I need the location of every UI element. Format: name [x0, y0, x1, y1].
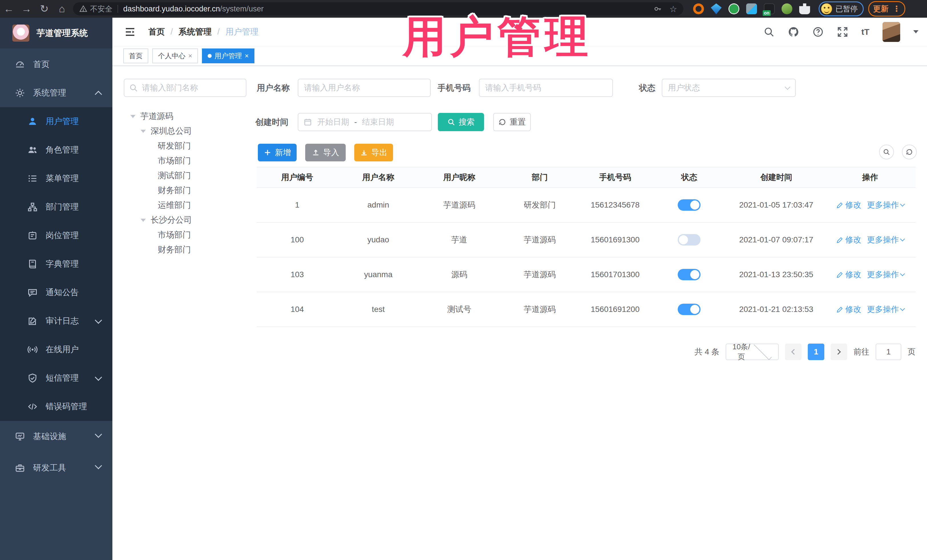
extension-icon[interactable]	[728, 3, 739, 14]
extension-icon[interactable]	[781, 3, 792, 14]
dept-search-input[interactable]	[124, 79, 246, 97]
sidebar-item-infrastructure[interactable]: 基础设施	[0, 421, 112, 452]
tree-node[interactable]: 市场部门	[124, 228, 246, 242]
sidebar-item-sms-management[interactable]: 短信管理	[0, 364, 112, 392]
tag-profile[interactable]: 个人中心×	[152, 49, 198, 63]
tree-node[interactable]: 深圳总公司	[124, 124, 246, 138]
extension-icon[interactable]	[693, 3, 704, 14]
tree-node-root[interactable]: 芋道源码	[124, 109, 246, 124]
more-actions-link[interactable]: 更多操作	[867, 304, 904, 315]
address-bar[interactable]: 不安全 dashboard.yudao.iocoder.cn/system/us…	[73, 2, 684, 15]
import-button[interactable]: 导入	[305, 144, 346, 161]
audit-log-icon	[27, 316, 38, 326]
chevron-down-icon	[95, 373, 102, 381]
tag-user-management[interactable]: 用户管理×	[202, 49, 254, 63]
page-number-1[interactable]: 1	[808, 344, 824, 360]
toggle-search-button[interactable]	[879, 144, 894, 159]
sidebar-item-audit-log[interactable]: 审计日志	[0, 307, 112, 335]
security-label[interactable]: 不安全	[90, 4, 112, 14]
goto-page-input[interactable]	[876, 344, 901, 360]
tag-home[interactable]: 首页	[123, 49, 148, 63]
help-icon[interactable]	[812, 26, 824, 38]
puzzle-extensions-icon[interactable]	[799, 3, 810, 14]
avatar-caret-icon[interactable]	[913, 30, 918, 33]
breadcrumb-system[interactable]: 系统管理	[179, 26, 212, 38]
prev-page-button[interactable]	[785, 344, 801, 360]
bookmark-star-icon[interactable]: ☆	[669, 4, 677, 14]
browser-home-icon[interactable]: ⌂	[53, 0, 71, 18]
refresh-icon	[498, 118, 506, 126]
github-icon[interactable]	[788, 26, 799, 38]
status-toggle[interactable]	[678, 304, 701, 315]
more-actions-link[interactable]: 更多操作	[867, 200, 904, 211]
page-size-select[interactable]: 10条/页	[726, 344, 779, 360]
more-actions-link[interactable]: 更多操作	[867, 234, 904, 245]
search-icon	[883, 148, 890, 156]
sidebar-collapse-icon[interactable]	[124, 26, 136, 38]
status-select[interactable]: 用户状态	[662, 79, 796, 97]
tree-node[interactable]: 长沙分公司	[124, 213, 246, 228]
edit-link[interactable]: 修改	[836, 200, 862, 211]
edit-link[interactable]: 修改	[836, 269, 862, 280]
username-input[interactable]	[298, 79, 431, 97]
tree-node[interactable]: 财务部门	[124, 242, 246, 257]
search-button[interactable]: 搜索	[438, 113, 484, 131]
sidebar-item-post-management[interactable]: 岗位管理	[0, 221, 112, 250]
browser-update-button[interactable]: 更新 ⋮	[868, 1, 905, 17]
close-icon[interactable]: ×	[245, 52, 249, 60]
caret-down-icon[interactable]	[141, 219, 146, 222]
user-avatar[interactable]	[883, 22, 900, 42]
close-icon[interactable]: ×	[188, 52, 192, 60]
sidebar-item-user-management[interactable]: 用户管理	[0, 107, 112, 136]
refresh-table-button[interactable]	[902, 144, 917, 159]
more-actions-link[interactable]: 更多操作	[867, 269, 904, 280]
export-button[interactable]: 导出	[354, 144, 393, 161]
sidebar-item-notice-announcement[interactable]: 通知公告	[0, 278, 112, 307]
sidebar-item-role-management[interactable]: 角色管理	[0, 136, 112, 164]
sidebar-item-dictionary-management[interactable]: 字典管理	[0, 250, 112, 278]
sidebar-item-home[interactable]: 首页	[0, 50, 112, 79]
dashboard-icon	[15, 59, 25, 70]
sidebar-item-system-management[interactable]: 系统管理	[0, 79, 112, 107]
next-page-button[interactable]	[831, 344, 847, 360]
caret-down-icon[interactable]	[130, 115, 135, 118]
tree-node[interactable]: 运维部门	[124, 198, 246, 213]
tree-node[interactable]: 财务部门	[124, 183, 246, 198]
breadcrumb-home[interactable]: 首页	[148, 26, 165, 38]
status-toggle[interactable]	[678, 234, 701, 246]
app-window: 芋道管理系统 首页 系统管理 用户管理 角色管理	[0, 18, 927, 560]
reset-button[interactable]: 重置	[493, 113, 531, 131]
mobile-input[interactable]	[479, 79, 613, 97]
browser-reload-icon[interactable]: ↻	[35, 0, 53, 18]
fullscreen-icon[interactable]	[837, 26, 848, 38]
extension-icon[interactable]: on	[764, 3, 775, 14]
browser-profile-chip[interactable]: 已暂停	[819, 2, 864, 16]
browser-forward-icon[interactable]: →	[18, 0, 35, 18]
infrastructure-monitor-icon	[15, 431, 25, 442]
app-logo-row[interactable]: 芋道管理系统	[0, 18, 112, 49]
browser-back-icon[interactable]: ←	[0, 0, 18, 18]
browser-menu-icon[interactable]: ⋮	[892, 7, 900, 11]
header-search-icon[interactable]	[763, 26, 775, 38]
font-size-icon[interactable]: tT	[862, 27, 869, 37]
sidebar-item-dev-tools[interactable]: 研发工具	[0, 452, 112, 484]
password-key-icon[interactable]	[653, 5, 662, 13]
edit-link[interactable]: 修改	[836, 304, 862, 315]
caret-down-icon[interactable]	[141, 130, 146, 133]
sidebar-item-menu-management[interactable]: 菜单管理	[0, 164, 112, 193]
extension-icon[interactable]	[711, 3, 722, 14]
sidebar-item-online-users[interactable]: 在线用户	[0, 335, 112, 364]
table-row: 103 yuanma 源码 芋道源码 15601701300 2021-01-1…	[257, 258, 916, 292]
extension-icon[interactable]	[746, 3, 757, 14]
table-row: 100 yudao 芋道 芋道源码 15601691300 2021-01-07…	[257, 223, 916, 258]
add-button[interactable]: 新增	[258, 144, 296, 161]
status-toggle[interactable]	[678, 199, 701, 211]
sidebar-item-error-code-management[interactable]: 错误码管理	[0, 392, 112, 421]
sidebar-item-department-management[interactable]: 部门管理	[0, 193, 112, 221]
edit-link[interactable]: 修改	[836, 234, 862, 245]
date-range-picker[interactable]: 开始日期 - 结束日期	[298, 113, 432, 131]
status-toggle[interactable]	[678, 269, 701, 280]
tree-node[interactable]: 研发部门	[124, 138, 246, 153]
tree-node[interactable]: 测试部门	[124, 168, 246, 183]
tree-node[interactable]: 市场部门	[124, 153, 246, 168]
